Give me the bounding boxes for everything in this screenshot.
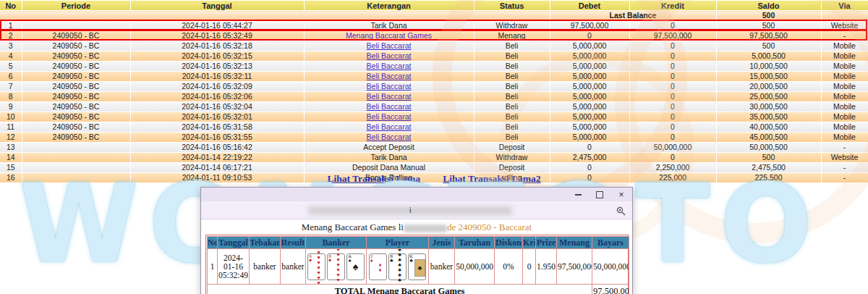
redacted-name-blur — [404, 224, 447, 232]
page: NoPeriodeTanggalKeteranganStatusDebetKre… — [0, 0, 868, 294]
table-row: 152024-01-14 06:17:21Deposit Dana Manual… — [0, 163, 868, 173]
last-balance-row: Last Balance 500 — [0, 11, 868, 21]
keterangan-text: Deposit Dana Manual — [304, 163, 474, 173]
column-header-saldo: Saldo — [716, 1, 821, 11]
banker-cards: 9♥♥♥♥♥♥♥♥♥♥8♥♥♥♥♥♥♥♥♥A♠♠ — [307, 253, 365, 280]
close-button[interactable]: × — [610, 188, 632, 202]
table-row: 32409050 - BC2024-01-16 05:32:18Beli Bac… — [0, 41, 868, 51]
link-lihat-transaksi-lama2[interactable]: Lihat Transaksi Lama2 — [443, 173, 540, 184]
popup-titlebar[interactable]: × — [201, 188, 632, 202]
keterangan-link[interactable]: Beli Baccarat — [367, 51, 412, 60]
popup-cell: 1 — [208, 249, 218, 285]
keterangan-text: Tarik Dana — [304, 21, 474, 31]
popup-cell: banker — [250, 249, 281, 285]
playing-card-8♥: 8♥♥♥♥♥♥♥♥♥ — [327, 253, 345, 280]
address-text: i — [409, 206, 411, 214]
popup-column-header-tebakan: Tebakan — [250, 237, 281, 249]
keterangan-link[interactable]: Beli Baccarat — [367, 62, 412, 70]
playing-card-8♣: 8♣♣♣♣♣♣♣♣♣ — [388, 253, 407, 280]
keterangan-link[interactable]: Beli Baccarat — [367, 92, 412, 101]
popup-cell: 0 — [523, 249, 536, 285]
last-balance-value: 500 — [716, 11, 821, 21]
table-row: 62409050 - BC2024-01-16 05:32:11Beli Bac… — [0, 72, 868, 82]
table-row: 142024-01-14 22:19:22Tarik DanaWithdraw2… — [0, 153, 868, 163]
popup-table-header-row: NoTanggalTebakanResultBankerPlayerJenisT… — [208, 237, 629, 249]
popup-result-title: Menang Baccarat Games lide 2409050 - Bac… — [201, 222, 632, 233]
popup-column-header-prize: Prize — [536, 237, 557, 249]
popup-column-header-jenis: Jenis — [429, 237, 455, 249]
table-row: 102409050 - BC2024-01-16 05:32:01Beli Ba… — [0, 112, 868, 122]
popup-window: × i Menang Baccarat Games lide 2409050 -… — [200, 187, 633, 294]
playing-card-9♥: 9♥♥♥♥♥♥♥♥♥♥ — [307, 253, 326, 280]
baccarat-result-table-wrap: NoTanggalTebakanResultBankerPlayerJenisT… — [205, 235, 629, 294]
table-row: 22409050 - BC2024-01-16 05:32:49Menang B… — [0, 31, 868, 41]
column-header-via: Via — [821, 1, 868, 11]
column-header-kredit: Kredit — [629, 1, 716, 11]
popup-cell: banker — [281, 249, 306, 285]
baccarat-result-table: NoTanggalTebakanResultBankerPlayerJenisT… — [207, 236, 629, 294]
main-transaction-table: NoPeriodeTanggalKeteranganStatusDebetKre… — [0, 1, 868, 183]
popup-cell: 0% — [495, 249, 523, 285]
popup-cell: 97,500,000 — [557, 249, 592, 285]
table-row: 112409050 - BC2024-01-16 05:31:58Beli Ba… — [0, 122, 868, 133]
popup-column-header-diskon: Diskon — [495, 237, 523, 249]
title-text-pre: Menang Baccarat Games li — [302, 222, 404, 232]
popup-body: Menang Baccarat Games lide 2409050 - Bac… — [201, 222, 632, 294]
table-row: 82409050 - BC2024-01-16 05:32:06Beli Bac… — [0, 92, 868, 102]
keterangan-link[interactable]: Menang Baccarat Games — [346, 31, 432, 40]
table-row: 122409050 - BC2024-01-16 05:31:55Beli Ba… — [0, 133, 868, 143]
playing-card-K♣: K♣♣ — [408, 253, 426, 280]
table-row: 132024-01-16 05:16:42Accept DepositDepos… — [0, 143, 868, 153]
player-cards: 2♦♦♦8♣♣♣♣♣♣♣♣♣K♣♣ — [367, 253, 427, 280]
keterangan-link[interactable]: Beli Baccarat — [367, 122, 412, 131]
keterangan-text: Accept Deposit — [304, 143, 474, 153]
table-row: 72409050 - BC2024-01-16 05:32:09Beli Bac… — [0, 82, 868, 92]
keterangan-link[interactable]: Beli Baccarat — [367, 102, 412, 111]
keterangan-link[interactable]: Beli Baccarat — [367, 133, 412, 141]
minimize-icon — [575, 194, 582, 196]
popup-column-header-tanggal: Tanggal — [218, 237, 250, 249]
keterangan-text: Tarik Dana — [304, 153, 474, 163]
popup-column-header-kei: Kei — [523, 237, 536, 249]
popup-column-header-banker: Banker — [306, 237, 367, 249]
column-header-no: No — [0, 1, 22, 11]
maximize-button[interactable] — [589, 188, 610, 202]
column-header-tanggal: Tanggal — [130, 1, 304, 11]
popup-column-header-no: No — [208, 237, 218, 249]
zoom-search-icon[interactable] — [616, 206, 626, 219]
footer-links: Lihat Transaksi Lama Lihat Transaksi Lam… — [0, 173, 868, 185]
popup-cell: 1.950 — [536, 249, 557, 285]
keterangan-link[interactable]: Beli Baccarat — [367, 41, 412, 50]
title-text-post: de 2409050 - Baccarat — [447, 222, 532, 232]
column-header-status: Status — [474, 1, 550, 11]
popup-address-bar[interactable]: i — [201, 202, 632, 219]
keterangan-link[interactable]: Beli Baccarat — [367, 82, 412, 91]
popup-column-header-menang: Menang — [557, 237, 592, 249]
popup-column-header-bayars: Bayars — [592, 237, 629, 249]
popup-total-row: TOTAL Menang Baccarat Games 97,500,000 — [208, 285, 629, 294]
table-row: 52409050 - BC2024-01-16 05:32:13Beli Bac… — [0, 62, 868, 72]
table-row: 92409050 - BC2024-01-16 05:32:04Beli Bac… — [0, 102, 868, 112]
popup-cell: 50,000,000 — [592, 249, 629, 285]
popup-column-header-taruhan: Taruhan — [455, 237, 495, 249]
total-label: TOTAL Menang Baccarat Games — [208, 285, 592, 294]
close-icon: × — [618, 190, 624, 199]
column-header-debet: Debet — [550, 1, 629, 11]
maximize-icon — [596, 191, 603, 198]
keterangan-link[interactable]: Beli Baccarat — [367, 112, 412, 121]
link-lihat-transaksi-lama[interactable]: Lihat Transaksi Lama — [327, 173, 420, 184]
popup-cell: 50,000,000 — [455, 249, 495, 285]
popup-column-header-player: Player — [367, 237, 429, 249]
column-header-periode: Periode — [22, 1, 130, 11]
main-table-header-row: NoPeriodeTanggalKeteranganStatusDebetKre… — [0, 1, 868, 11]
playing-card-2♦: 2♦♦♦ — [369, 253, 387, 280]
column-header-keterangan: Keterangan — [304, 1, 474, 11]
popup-cell: banker — [429, 249, 455, 285]
keterangan-link[interactable]: Beli Baccarat — [367, 72, 412, 80]
total-value: 97,500,000 — [592, 285, 629, 294]
table-row: 12024-01-16 05:44:27Tarik DanaWithdraw97… — [0, 21, 868, 31]
popup-table-row: 12024-01-16 05:32:49bankerbanker9♥♥♥♥♥♥♥… — [208, 249, 629, 285]
last-balance-label: Last Balance — [550, 11, 716, 21]
minimize-button[interactable] — [567, 188, 589, 202]
popup-column-header-result: Result — [281, 237, 306, 249]
